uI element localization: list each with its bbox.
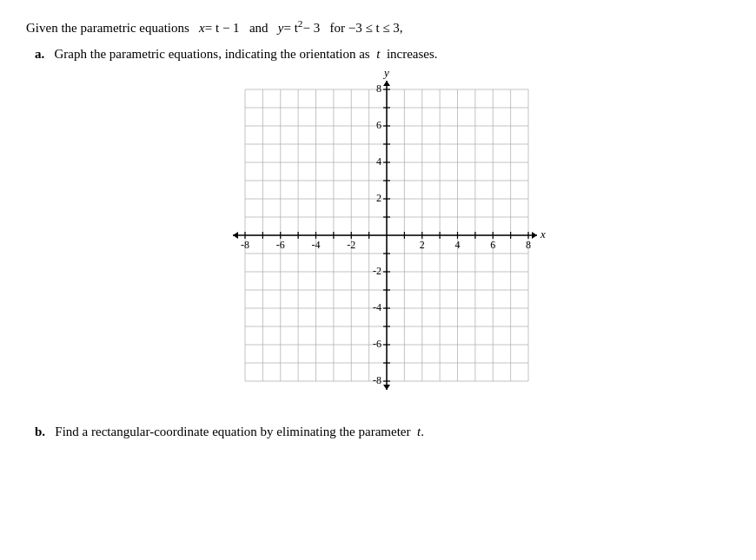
part-a-text: Graph the parametric equations, indicati… [55, 47, 370, 61]
part-b-bold: b. [35, 425, 45, 438]
problem-intro: Given the parametric equations x= t − 1 … [26, 16, 730, 38]
domain: for −3 ≤ t ≤ 3, [329, 21, 402, 35]
part-a-label: a. Graph the parametric equations, indic… [35, 47, 730, 62]
eq-x-var: x [199, 21, 205, 35]
graph-container [26, 70, 730, 409]
part-a-bold: a. [35, 47, 44, 61]
eq-x-val: = t − 1 [205, 21, 240, 35]
intro-text: Given the parametric equations [26, 21, 189, 35]
connector: and [249, 21, 269, 35]
part-a-end: increases. [387, 47, 438, 61]
part-a-var: t [376, 47, 380, 61]
eq-y-base: = t [283, 21, 297, 35]
part-b-text: Find a rectangular-coordinate equation b… [55, 425, 410, 438]
eq-y-rest: − 3 [302, 21, 320, 35]
graph-wrap [209, 70, 547, 409]
part-b-end: . [421, 425, 424, 438]
part-b-label: b. Find a rectangular-coordinate equatio… [35, 425, 730, 439]
coordinate-graph [209, 70, 547, 409]
